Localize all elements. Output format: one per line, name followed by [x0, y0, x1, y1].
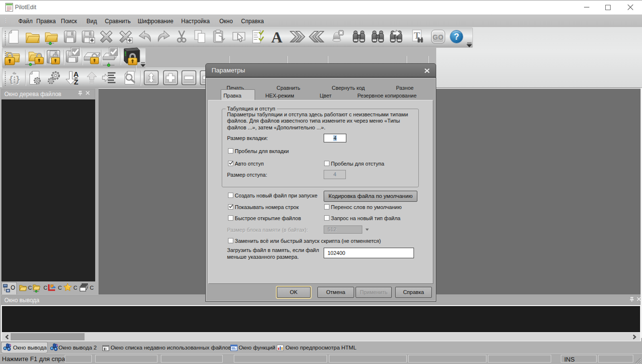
- svg-text:C: C: [43, 285, 47, 291]
- svg-text:C: C: [28, 285, 32, 291]
- svg-text:C: C: [73, 285, 77, 291]
- svg-text:O: O: [11, 284, 15, 291]
- svg-text:C: C: [58, 285, 62, 291]
- svg-text:C: C: [90, 285, 94, 291]
